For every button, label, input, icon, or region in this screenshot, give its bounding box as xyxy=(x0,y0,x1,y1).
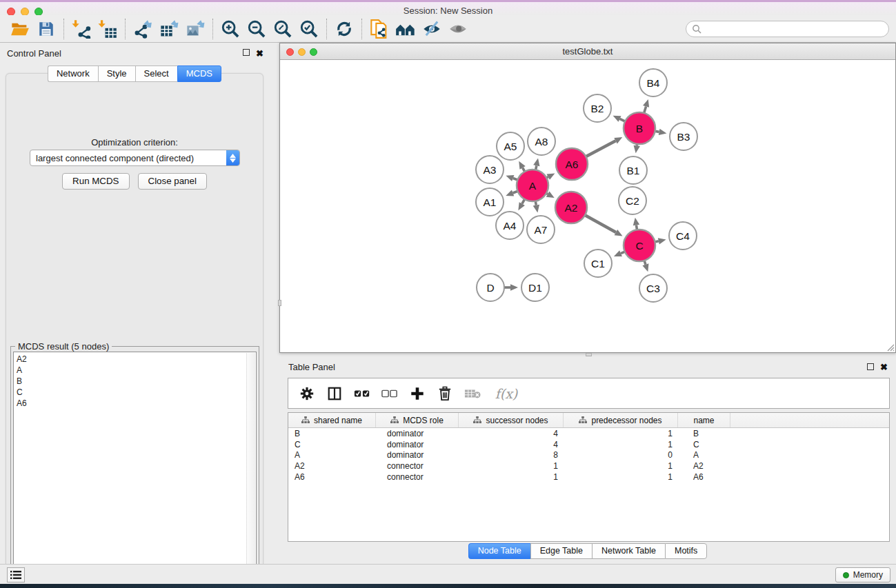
table-row[interactable]: Adominator80A xyxy=(288,450,889,461)
memory-label: Memory xyxy=(853,570,883,580)
resize-grip-icon[interactable] xyxy=(885,342,895,352)
delete-column-icon[interactable] xyxy=(436,385,454,403)
cell-name[interactable]: A xyxy=(678,450,730,460)
cell-name[interactable]: C xyxy=(678,440,730,449)
mcds-result-item[interactable]: A6 xyxy=(17,398,256,409)
node-table[interactable]: shared nameMCDS rolesuccessor nodesprede… xyxy=(288,412,890,542)
cell-MCDS-role[interactable]: dominator xyxy=(376,429,459,438)
pane-divider-handle[interactable] xyxy=(586,353,592,356)
cell-predecessor-nodes[interactable]: 1 xyxy=(564,461,678,471)
task-history-button[interactable] xyxy=(7,567,25,582)
network-graph[interactable]: B4B2BB3A5A8A6B1A3AA1C2A2A4A7C4CC1C3DD1 xyxy=(280,60,895,352)
graph-node-label: B xyxy=(636,123,643,134)
column-header-label: shared name xyxy=(314,416,362,425)
control-panel-content: Optimization criterion: largest connecte… xyxy=(6,73,263,588)
graph-node-label: A8 xyxy=(535,136,548,148)
table-row[interactable]: Cdominator41C xyxy=(288,439,889,450)
export-image-icon[interactable] xyxy=(183,18,207,40)
column-header-successor-nodes[interactable]: successor nodes xyxy=(459,413,564,427)
cell-shared-name[interactable]: B xyxy=(288,429,376,438)
graph-node-label: A4 xyxy=(504,220,517,232)
tab-node-table[interactable]: Node Table xyxy=(468,543,530,559)
deselect-all-icon[interactable] xyxy=(381,385,399,403)
tab-motifs[interactable]: Motifs xyxy=(665,543,707,559)
cell-MCDS-role[interactable]: connector xyxy=(376,472,459,482)
app-titlebar: Session: New Session xyxy=(0,0,896,15)
cell-MCDS-role[interactable]: dominator xyxy=(376,450,459,460)
float-panel-icon[interactable] xyxy=(243,49,250,56)
cell-name[interactable]: B xyxy=(678,429,730,438)
float-table-panel-icon[interactable] xyxy=(867,363,874,370)
mcds-result-item[interactable]: A xyxy=(17,365,256,376)
arrowhead-icon xyxy=(642,263,648,272)
pane-divider-handle[interactable] xyxy=(278,300,281,306)
refresh-icon[interactable] xyxy=(332,18,356,40)
hide-selected-icon[interactable] xyxy=(420,18,444,40)
mcds-result-list[interactable]: A2ABCA6 xyxy=(13,352,257,579)
cell-shared-name[interactable]: C xyxy=(288,440,376,449)
mcds-result-item[interactable]: B xyxy=(17,376,256,387)
table-row[interactable]: Bdominator41B xyxy=(288,428,889,439)
tab-mcds[interactable]: MCDS xyxy=(177,65,221,82)
network-canvas[interactable]: B4B2BB3A5A8A6B1A3AA1C2A2A4A7C4CC1C3DD1 xyxy=(280,60,895,352)
tab-select[interactable]: Select xyxy=(135,65,177,82)
cell-predecessor-nodes[interactable]: 1 xyxy=(564,472,678,482)
tab-edge-table[interactable]: Edge Table xyxy=(530,543,592,559)
import-table-icon[interactable] xyxy=(96,18,119,40)
cell-successor-nodes[interactable]: 4 xyxy=(459,440,564,449)
cell-successor-nodes[interactable]: 8 xyxy=(459,450,564,460)
column-header-name[interactable]: name xyxy=(678,413,730,427)
save-session-icon[interactable] xyxy=(34,18,58,40)
add-column-icon[interactable] xyxy=(408,385,426,403)
close-table-panel-icon[interactable]: ✖ xyxy=(880,362,888,372)
first-neighbors-icon[interactable] xyxy=(394,18,417,40)
export-network-icon[interactable] xyxy=(131,18,155,40)
zoom-selected-icon[interactable] xyxy=(297,18,321,40)
select-all-icon[interactable] xyxy=(353,385,371,403)
optimization-criterion-dropdown[interactable]: largest connected component (directed) xyxy=(30,150,240,166)
cell-name[interactable]: A6 xyxy=(678,472,730,482)
table-row[interactable]: A2connector11A2 xyxy=(288,460,889,472)
cell-name[interactable]: A2 xyxy=(678,461,730,471)
tab-network[interactable]: Network xyxy=(48,65,98,82)
cell-shared-name[interactable]: A xyxy=(288,450,376,460)
show-all-icon[interactable] xyxy=(446,18,470,40)
column-header-predecessor-nodes[interactable]: predecessor nodes xyxy=(564,413,678,427)
function-builder-icon[interactable]: f(x) xyxy=(491,385,521,403)
tab-network-table[interactable]: Network Table xyxy=(592,543,665,559)
import-network-icon[interactable] xyxy=(70,18,93,40)
zoom-out-icon[interactable] xyxy=(245,18,268,40)
scrollbar-track[interactable] xyxy=(246,353,255,579)
cell-successor-nodes[interactable]: 4 xyxy=(459,429,564,438)
network-window-titlebar[interactable]: testGlobe.txt xyxy=(280,43,895,60)
column-chooser-icon[interactable] xyxy=(326,385,344,403)
delete-table-icon[interactable] xyxy=(464,385,481,403)
zoom-in-icon[interactable] xyxy=(219,18,242,40)
run-mcds-button[interactable]: Run MCDS xyxy=(62,173,129,190)
clone-network-icon[interactable] xyxy=(368,18,391,40)
table-row[interactable]: A6connector11A6 xyxy=(288,472,889,483)
search-box[interactable] xyxy=(686,21,889,37)
cell-successor-nodes[interactable]: 1 xyxy=(459,461,564,471)
close-panel-icon[interactable]: ✖ xyxy=(256,48,263,59)
open-session-icon[interactable] xyxy=(8,18,32,40)
cell-predecessor-nodes[interactable]: 1 xyxy=(564,440,678,449)
close-panel-button[interactable]: Close panel xyxy=(138,173,207,190)
column-header-MCDS-role[interactable]: MCDS role xyxy=(376,413,459,427)
cell-successor-nodes[interactable]: 1 xyxy=(459,472,564,482)
table-settings-icon[interactable] xyxy=(298,385,316,403)
cell-shared-name[interactable]: A6 xyxy=(288,472,376,482)
cell-shared-name[interactable]: A2 xyxy=(288,461,376,471)
tab-style[interactable]: Style xyxy=(98,65,135,82)
mcds-result-item[interactable]: A2 xyxy=(17,354,256,365)
export-table-icon[interactable] xyxy=(157,18,181,40)
mcds-result-item[interactable]: C xyxy=(17,387,256,398)
column-header-shared-name[interactable]: shared name xyxy=(288,413,376,427)
cell-predecessor-nodes[interactable]: 1 xyxy=(564,429,678,438)
search-input[interactable] xyxy=(705,24,888,34)
memory-button[interactable]: Memory xyxy=(835,567,890,582)
cell-MCDS-role[interactable]: connector xyxy=(376,461,459,471)
zoom-fit-icon[interactable] xyxy=(271,18,295,40)
cell-MCDS-role[interactable]: dominator xyxy=(376,440,459,449)
cell-predecessor-nodes[interactable]: 0 xyxy=(564,450,678,460)
